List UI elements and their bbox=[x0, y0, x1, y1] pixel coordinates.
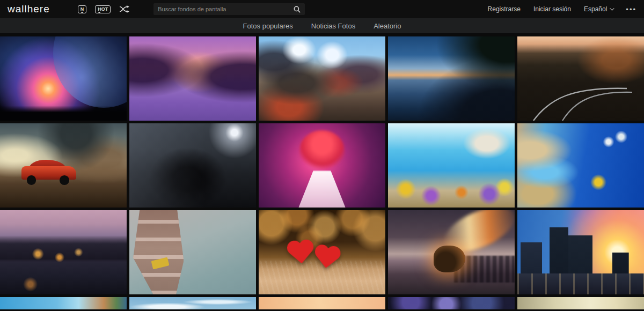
tab-aleatorio[interactable]: Aleatorio bbox=[374, 22, 401, 30]
wallpaper-thumbnail[interactable] bbox=[388, 297, 515, 309]
wallpaper-thumbnail[interactable] bbox=[259, 297, 385, 309]
boat-cargo-shape bbox=[151, 257, 170, 270]
secondary-navbar: Fotos populares Noticias Fotos Aleatorio bbox=[0, 18, 644, 33]
more-menu-icon[interactable]: ••• bbox=[626, 5, 636, 13]
car-wheel-shape bbox=[60, 175, 69, 184]
wallpaper-thumbnail[interactable] bbox=[517, 297, 644, 309]
anime-dress-shape bbox=[298, 171, 346, 208]
car-wheel-shape bbox=[27, 175, 36, 184]
wallpaper-thumbnail[interactable] bbox=[517, 210, 644, 294]
new-badge-icon[interactable]: N bbox=[78, 5, 87, 13]
wallpaper-thumbnail[interactable] bbox=[517, 36, 644, 121]
wallpaper-thumbnail[interactable] bbox=[0, 36, 127, 121]
wallpaper-thumbnail[interactable] bbox=[517, 123, 644, 208]
search-icon[interactable] bbox=[294, 6, 301, 13]
wallpaper-thumbnail[interactable] bbox=[0, 210, 127, 294]
anime-hair-shape bbox=[299, 130, 345, 171]
top-navbar: wallhere N HOT Registrarse Iniciar sesió… bbox=[0, 0, 644, 18]
header-icon-group: N HOT bbox=[78, 5, 130, 13]
wallpaper-thumbnail[interactable] bbox=[0, 123, 127, 208]
wallpaper-thumbnail[interactable] bbox=[259, 36, 385, 121]
register-link[interactable]: Registrarse bbox=[488, 5, 521, 13]
meteor-rock-shape bbox=[434, 246, 465, 272]
tab-noticias-fotos[interactable]: Noticias Fotos bbox=[311, 22, 355, 30]
wallpaper-thumbnail[interactable] bbox=[129, 210, 256, 294]
wallpaper-thumbnail[interactable] bbox=[388, 123, 515, 208]
site-logo[interactable]: wallhere bbox=[8, 3, 50, 15]
tab-fotos-populares[interactable]: Fotos populares bbox=[243, 22, 293, 30]
wallpaper-thumbnail[interactable] bbox=[259, 123, 385, 208]
header-links: Registrarse Iniciar sesión Español ••• bbox=[488, 5, 636, 13]
wallpaper-thumbnail[interactable] bbox=[388, 36, 515, 121]
wallpaper-thumbnail[interactable] bbox=[388, 210, 515, 294]
chevron-down-icon bbox=[610, 6, 614, 10]
rails-shape bbox=[517, 36, 644, 121]
wallpaper-thumbnail[interactable] bbox=[0, 297, 127, 309]
heart-shape bbox=[312, 245, 342, 271]
language-selector[interactable]: Español bbox=[584, 5, 613, 13]
shuffle-icon[interactable] bbox=[119, 5, 130, 13]
login-link[interactable]: Iniciar sesión bbox=[533, 5, 571, 13]
car-roof-shape bbox=[29, 160, 65, 169]
car-body-shape bbox=[21, 166, 76, 180]
boat-shape bbox=[133, 210, 184, 294]
wallpaper-thumbnail[interactable] bbox=[259, 210, 385, 294]
wallpaper-grid bbox=[0, 36, 644, 309]
meteor-tail-shape bbox=[437, 210, 515, 261]
language-label: Español bbox=[584, 5, 607, 13]
wallpaper-thumbnail[interactable] bbox=[129, 36, 256, 121]
wallpaper-thumbnail[interactable] bbox=[129, 297, 256, 309]
hot-badge-icon[interactable]: HOT bbox=[95, 5, 111, 13]
heart-shape bbox=[286, 239, 316, 266]
search-input[interactable] bbox=[158, 6, 294, 12]
wallpaper-thumbnail[interactable] bbox=[129, 123, 256, 208]
search-bar bbox=[153, 3, 305, 15]
city-silhouette-shape bbox=[454, 256, 515, 283]
